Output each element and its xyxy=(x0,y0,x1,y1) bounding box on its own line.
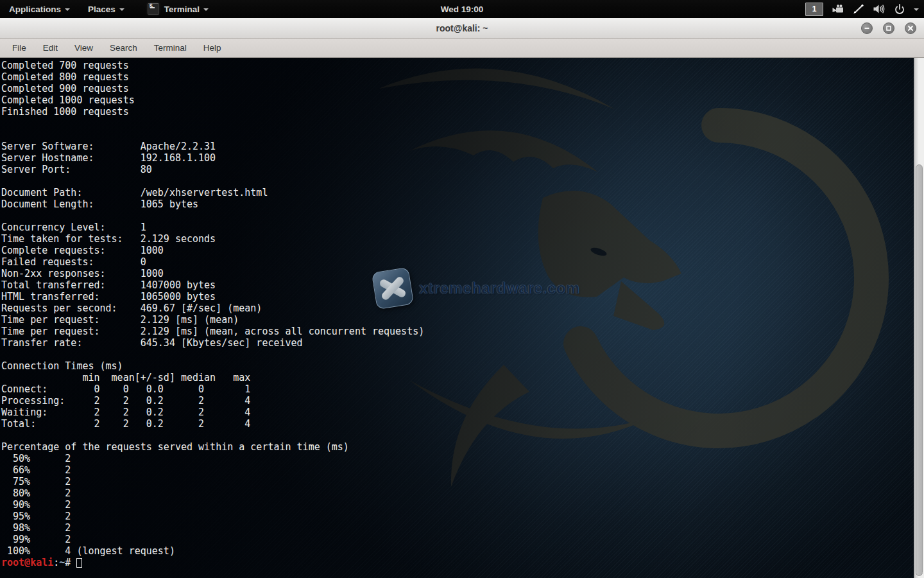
applications-label: Applications xyxy=(9,4,61,14)
menu-terminal[interactable]: Terminal xyxy=(146,39,195,57)
terminal-menu-bar: File Edit View Search Terminal Help xyxy=(0,39,924,58)
menu-view[interactable]: View xyxy=(66,39,101,57)
top-bar: Applications Places $ Terminal Wed 19:00… xyxy=(0,0,924,18)
terminal-output-area: Completed 700 requests Completed 800 req… xyxy=(0,58,914,568)
prompt-separator: : xyxy=(53,557,59,568)
close-button[interactable] xyxy=(905,22,916,34)
workspace-indicator[interactable]: 1 xyxy=(805,3,823,16)
camera-icon[interactable] xyxy=(832,4,844,14)
window-title: root@kali: ~ xyxy=(0,18,924,39)
prompt-user-host: root@kali xyxy=(1,557,53,568)
shell-prompt: root@kali:~# xyxy=(0,557,914,568)
chevron-down-icon xyxy=(119,8,124,11)
menu-help[interactable]: Help xyxy=(195,39,230,57)
menu-file[interactable]: File xyxy=(4,39,35,57)
power-icon[interactable] xyxy=(894,4,905,15)
system-tray: 1 xyxy=(805,0,919,18)
maximize-button[interactable] xyxy=(883,22,894,34)
app-menu-label: Terminal xyxy=(164,4,200,14)
chevron-down-icon[interactable] xyxy=(914,8,919,11)
chevron-down-icon xyxy=(65,8,70,11)
prompt-path: ~ xyxy=(59,557,65,568)
scrollbar-thumb[interactable] xyxy=(916,164,923,576)
menu-search[interactable]: Search xyxy=(101,39,146,57)
chevron-down-icon xyxy=(203,8,209,11)
applications-menu[interactable]: Applications xyxy=(0,0,79,18)
terminal-output: Completed 700 requests Completed 800 req… xyxy=(0,58,914,557)
terminal-scrollbar[interactable] xyxy=(914,58,924,578)
prompt-symbol: # xyxy=(65,557,71,568)
stylus-icon[interactable] xyxy=(853,4,864,14)
window-title-bar[interactable]: root@kali: ~ xyxy=(0,18,924,39)
places-menu[interactable]: Places xyxy=(79,0,133,18)
terminal-cursor xyxy=(76,558,82,568)
app-menu-terminal[interactable]: $ Terminal xyxy=(133,0,218,18)
minimize-button[interactable] xyxy=(861,22,873,34)
volume-icon[interactable] xyxy=(873,4,886,14)
clock[interactable]: Wed 19:00 xyxy=(441,4,484,14)
window-controls xyxy=(861,22,916,34)
places-label: Places xyxy=(88,4,116,14)
top-bar-left: Applications Places $ Terminal xyxy=(0,0,218,18)
terminal-app-icon: $ xyxy=(148,3,159,15)
terminal-viewport[interactable]: xtremehardware.com Completed 700 request… xyxy=(0,58,924,578)
menu-edit[interactable]: Edit xyxy=(35,39,66,57)
